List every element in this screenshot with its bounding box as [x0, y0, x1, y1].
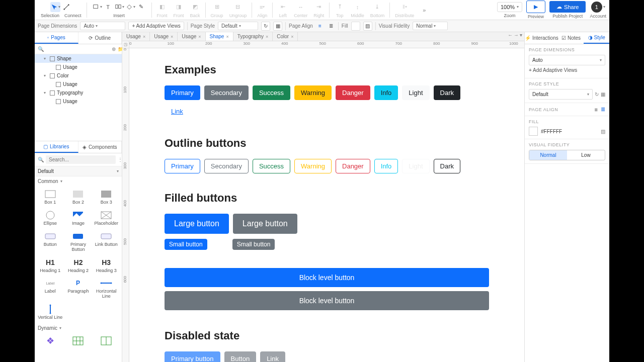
widget-item[interactable]: Primary Button	[65, 229, 92, 254]
widget-item[interactable]: Box 1	[37, 187, 64, 207]
add-adaptive-views-button[interactable]: + Add Adaptive Views	[128, 22, 184, 30]
align-top[interactable]: ⤒	[335, 2, 345, 12]
widget-item[interactable]: H3Heading 3	[93, 255, 120, 276]
tab-back-icon[interactable]: ←	[508, 32, 513, 41]
page-dimensions-select[interactable]: Auto▾	[80, 22, 125, 30]
rp-page-style-select[interactable]: Default▾	[529, 89, 593, 100]
close-icon[interactable]: ×	[226, 34, 228, 39]
widget-item[interactable]: Ellipse	[37, 208, 64, 228]
order-front-2[interactable]: ◨	[174, 2, 184, 12]
canvas-button[interactable]: Button	[224, 351, 257, 362]
widget-item[interactable]: Image	[65, 208, 92, 228]
insert-text[interactable]: T	[103, 2, 113, 12]
add-page-icon[interactable]: ⊕	[112, 46, 116, 52]
canvas-button[interactable]: Danger	[336, 85, 370, 100]
canvas-button[interactable]: Large button	[233, 214, 297, 234]
ungroup-btn[interactable]: ⊟	[233, 2, 243, 12]
canvas-button[interactable]: Secondary	[204, 85, 249, 100]
widget-item[interactable]	[65, 334, 92, 348]
style-manage-icon[interactable]: ▦	[273, 22, 282, 31]
rp-align-left-icon[interactable]: ≡	[595, 107, 598, 113]
file-tab[interactable]: Usage×	[178, 32, 205, 41]
tree-item[interactable]: ▾Color	[35, 71, 122, 80]
close-icon[interactable]: ×	[171, 34, 173, 39]
canvas-button[interactable]: Link	[260, 351, 285, 362]
insert-rect[interactable]: ▾	[92, 2, 102, 12]
align-bottom[interactable]: ⤓	[372, 2, 382, 12]
file-tab[interactable]: Shape×	[206, 32, 233, 41]
page-search-input[interactable]	[46, 46, 110, 52]
page-align-left-icon[interactable]: ≡	[316, 22, 324, 30]
canvas-button[interactable]: Warning	[294, 159, 332, 173]
page-canvas[interactable]: ↖ Examples PrimarySecondarySuccessWarnin…	[129, 48, 524, 362]
canvas-button[interactable]: Light	[402, 159, 429, 173]
select-tool[interactable]: ▾	[50, 2, 60, 12]
dynamic-section-header[interactable]: Dynamic ▾	[35, 323, 122, 333]
widget-item[interactable]: ❖	[37, 334, 64, 348]
tree-item[interactable]: ▾Typography	[35, 88, 122, 97]
preview-button[interactable]: ▶	[526, 1, 545, 13]
order-front-1[interactable]: ◧	[157, 2, 167, 12]
file-tab[interactable]: Color×	[273, 32, 298, 41]
fill-swatch[interactable]	[351, 22, 360, 31]
widget-item[interactable]: Placeholder	[93, 208, 120, 228]
library-search-input[interactable]	[46, 155, 116, 164]
canvas-button[interactable]: Primary button	[165, 351, 220, 362]
page-style-select[interactable]: Default▾	[218, 22, 258, 30]
rp-fidelity-normal[interactable]: Normal	[529, 150, 567, 160]
visual-fidelity-select[interactable]: Normal▾	[413, 22, 448, 30]
widget-item[interactable]: Link Button	[93, 229, 120, 254]
tree-item[interactable]: Usage	[35, 63, 122, 71]
file-tab[interactable]: Usage×	[122, 32, 150, 41]
page-align-center-icon[interactable]: ≣	[327, 22, 335, 30]
connect-tool[interactable]	[61, 2, 71, 12]
widget-item[interactable]: Box 3	[93, 187, 120, 207]
close-icon[interactable]: ×	[266, 34, 268, 39]
widget-item[interactable]	[93, 334, 120, 348]
align-middle[interactable]: ↕	[352, 2, 362, 12]
rp-add-adaptive-views[interactable]: + Add Adaptive Views	[529, 65, 605, 75]
rp-fidelity-low[interactable]: Low	[567, 150, 605, 160]
widget-item[interactable]: H2Heading 2	[65, 255, 92, 276]
align-center[interactable]: ↔	[296, 2, 306, 12]
rp-fill-swatch[interactable]	[529, 127, 538, 136]
insert-layout[interactable]: ▾	[114, 2, 124, 12]
widget-item[interactable]: LabelLabel	[37, 276, 64, 301]
overflow-tools[interactable]: »	[419, 5, 429, 15]
canvas-button[interactable]: Success	[253, 159, 290, 173]
file-tab[interactable]: Typography×	[233, 32, 273, 41]
common-section-header[interactable]: Common ▾	[35, 176, 122, 186]
close-icon[interactable]: ×	[291, 34, 293, 39]
canvas-button[interactable]: Primary	[165, 85, 200, 100]
canvas-button[interactable]: Info	[374, 85, 398, 100]
align-left[interactable]: ⇤	[278, 2, 288, 12]
canvas-button[interactable]: Dark	[434, 159, 460, 173]
align-right[interactable]: ⇥	[314, 2, 324, 12]
canvas-button[interactable]: Dark	[434, 85, 460, 100]
library-select[interactable]: Default▾	[35, 166, 122, 176]
widget-item[interactable]: PParagraph	[65, 276, 92, 301]
canvas-button[interactable]: Large button	[165, 214, 229, 234]
pages-tab[interactable]: ▫ Pages	[35, 32, 78, 44]
components-tab[interactable]: ◈ Components	[78, 141, 122, 153]
canvas-button[interactable]: Light	[402, 85, 429, 100]
widget-item[interactable]: Horizontal Line	[93, 276, 120, 301]
canvas-button[interactable]: Info	[374, 159, 398, 173]
canvas-button[interactable]: Danger	[336, 159, 370, 173]
libraries-tab[interactable]: ▢ Libraries	[35, 141, 78, 153]
tree-item[interactable]: Usage	[35, 97, 122, 106]
zoom-select[interactable]: 100%▾	[497, 2, 522, 12]
canvas-button[interactable]: Warning	[294, 85, 332, 100]
interactions-tab[interactable]: ⚡Interactions	[525, 32, 558, 44]
rp-style-manage-icon[interactable]: ▦	[601, 92, 605, 97]
close-icon[interactable]: ×	[143, 34, 145, 39]
insert-pen[interactable]: ✎	[136, 2, 146, 12]
fill-image-icon[interactable]: ▨	[363, 22, 372, 31]
widget-item[interactable]: Box 2	[65, 187, 92, 207]
canvas-button[interactable]: Link	[165, 104, 190, 119]
distribute-btn[interactable]: ⫴▾	[399, 2, 410, 12]
canvas-button[interactable]: Small button	[232, 239, 275, 250]
style-refresh-icon[interactable]: ↻	[261, 22, 270, 31]
canvas-button[interactable]: Small button	[165, 239, 207, 250]
notes-tab[interactable]: ☑Notes	[558, 32, 584, 44]
